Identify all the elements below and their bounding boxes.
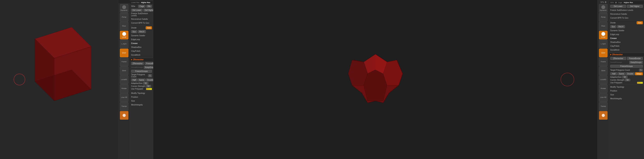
right-dynamic-icon <box>601 5 605 9</box>
left-viewport <box>0 0 118 159</box>
svg-point-13 <box>602 114 605 117</box>
top-hint-bar <box>118 0 130 4</box>
qxyz-btn[interactable]: Qxyz <box>120 49 128 57</box>
sep2 <box>130 57 153 58</box>
curves-strength-row: Curves Strength 50 <box>130 85 153 88</box>
persp-btn[interactable]: Persp <box>120 13 128 22</box>
left-toolbar: SPix 3 Dynamic Persp Floor Local L.Sym Q… <box>118 0 130 159</box>
reconstruct-row[interactable]: Reconstruct Subdiv <box>130 17 153 21</box>
freeze-border-row: ZRemesher FreezeBorder <box>130 62 153 65</box>
top-res-bar: Lower Res Higher Res <box>130 1 153 4</box>
right-persp-btn[interactable]: Persp <box>599 13 608 22</box>
right-bottom-orange-btn[interactable] <box>599 111 608 120</box>
right-bottom-icon <box>601 113 606 118</box>
right-claypolish-row[interactable]: ClayPolish <box>609 44 644 48</box>
dynamesh-row[interactable]: DynaMesh <box>130 53 153 57</box>
transp-btn[interactable]: Transp <box>120 102 128 111</box>
right-floor-btn[interactable]: Floor <box>599 22 608 30</box>
dynamic-btn[interactable]: Dynamic <box>120 4 128 12</box>
sep3 <box>130 90 153 91</box>
center-viewport[interactable] <box>153 0 598 159</box>
right-zremesher-section[interactable]: ▶ ZRemesher <box>609 53 644 56</box>
zremesher-section[interactable]: ▶ ZRemesher <box>130 58 153 62</box>
convert-bpr-row[interactable]: Convert BPR To Geo <box>130 21 153 25</box>
half-same-row: Half Same Double Adapt <box>130 78 153 82</box>
modify-topology-row[interactable]: Modify Topology <box>130 91 153 95</box>
freeze-groups-row: SmoothGroups KeepGroups <box>130 65 153 69</box>
right-circle-indicator <box>560 73 574 86</box>
size-row[interactable]: Size <box>130 99 153 103</box>
right-color-density-swatch[interactable] <box>637 82 643 84</box>
right-suv-row: Suv ReUV <box>609 25 644 28</box>
right-size-row[interactable]: Size <box>609 93 644 96</box>
mesh-integrity-row[interactable]: MeshIntegrity <box>130 103 153 107</box>
right-qxyz-btn[interactable]: Qxyz <box>599 49 608 57</box>
right-freeze-border-row: ZRemesher FreezeBorder <box>609 56 644 60</box>
right-convert-bpr-row[interactable]: Convert BPR To Geo <box>609 16 644 20</box>
right-local-icon <box>601 32 605 36</box>
right-freeze-subdiv-row[interactable]: Freeze SubDivision Levels <box>609 8 644 12</box>
lsym-btn[interactable]: L.Sym <box>120 40 128 48</box>
right-store-btn[interactable]: Store <box>599 66 608 75</box>
right-linefill-btn[interactable]: Line Fill <box>599 93 608 102</box>
edgeloop-row[interactable]: EdgeLoop <box>130 38 153 41</box>
right-position-row[interactable]: Position <box>609 89 644 93</box>
position-row[interactable]: Position <box>130 95 153 99</box>
right-frame-btn[interactable]: Frame <box>599 58 608 66</box>
dynamic-subdiv-row[interactable]: Dynamic Subdiv <box>130 34 153 38</box>
left-dropdown-panel: Lower Res Higher Res SDiv Cage Rib Del L… <box>130 0 153 159</box>
right-half-same-row: Half Same Double Adapt <box>609 72 644 76</box>
floor-btn[interactable]: Floor <box>120 22 128 30</box>
color-density-swatch[interactable] <box>146 88 152 90</box>
linefill-btn[interactable]: Line Fill <box>120 93 128 102</box>
right-mesh-integrity-row[interactable]: MeshIntegrity <box>609 96 644 100</box>
left-3d-viewport[interactable] <box>0 0 118 159</box>
adaptive-size-row: AdaptiveSize 50 <box>130 82 153 85</box>
right-crease-row[interactable]: Crease <box>609 36 644 40</box>
right-lsym-btn[interactable]: L.Sym <box>599 40 608 48</box>
store-btn[interactable]: Store <box>120 66 128 75</box>
right-shadowbox-row[interactable]: ShadowBox <box>609 40 644 44</box>
right-target-polygons-row: Target Polygons Count 5 <box>609 68 644 72</box>
suv-row: Suv ReUV <box>130 30 153 34</box>
freeze-subdiv-row[interactable]: Freeze SubDivision Levels <box>130 12 153 17</box>
right-dynamesh-row[interactable]: DynaMesh <box>609 48 644 52</box>
divide-row: Divide Smt <box>130 26 153 30</box>
sdiv-row: SDiv Cage Rib <box>130 4 153 8</box>
sep1 <box>130 25 153 26</box>
right-dynamic-subdiv-row[interactable]: Dynamic Subdiv <box>609 28 644 32</box>
right-dynamic-btn[interactable]: Dynamic <box>599 4 608 12</box>
right-dropdown-panel: SDiv 2 Cage Higher Res Del Lower Def Hig… <box>609 0 644 159</box>
right-toolbar: SPix 3 Dynamic Persp Floor Local L.Sym Q… <box>598 0 609 159</box>
right-spix-display: SPix 3 <box>599 1 607 4</box>
right-rotate-btn[interactable]: Rotate <box>599 84 608 93</box>
right-edgeloop-row[interactable]: EdgeLoop <box>609 32 644 36</box>
crease-row[interactable]: Crease <box>130 41 153 45</box>
shadowbox-row[interactable]: ShadowBox <box>130 45 153 49</box>
claypolish-row[interactable]: ClayPolish <box>130 49 153 53</box>
right-freeze-groups-row: FreezeGroups <box>609 64 644 68</box>
right-reconstruct-row[interactable]: Reconstruct Subdiv <box>609 12 644 16</box>
right-divide-row: Divide Smt <box>609 21 644 25</box>
frame-btn[interactable]: Frame <box>120 58 128 66</box>
target-polygons-row: Target Polygons Count 5 <box>130 73 153 78</box>
right-localid-btn[interactable]: LocalID <box>599 76 608 84</box>
right-smooth-groups-row: SmoothGroups KeepGroups <box>609 60 644 64</box>
local-icon <box>122 32 126 36</box>
right-use-polypaint-row: Use Polypaint <box>609 82 644 84</box>
bottom-icon <box>122 113 126 118</box>
rotate-btn[interactable]: Rotate <box>120 84 128 93</box>
circle-indicator <box>14 74 25 85</box>
localid-btn[interactable]: LocalID <box>120 76 128 84</box>
right-local-btn[interactable]: Local <box>599 31 608 39</box>
bottom-orange-btn[interactable] <box>120 111 128 120</box>
dynamic-icon <box>122 5 126 9</box>
right-modify-topology-row[interactable]: Modify Topology <box>609 85 644 89</box>
right-transp-btn[interactable]: Transp <box>599 102 608 111</box>
right-sep3 <box>609 84 644 84</box>
local-btn[interactable]: Local <box>120 31 128 39</box>
freeze-groups-row2: FreezeGroups <box>130 69 153 73</box>
del-lower-row: Del Lower Def Higher <box>130 8 153 12</box>
svg-point-5 <box>122 114 126 117</box>
right-curves-strength-row: Curves Strength 50 <box>609 78 644 82</box>
